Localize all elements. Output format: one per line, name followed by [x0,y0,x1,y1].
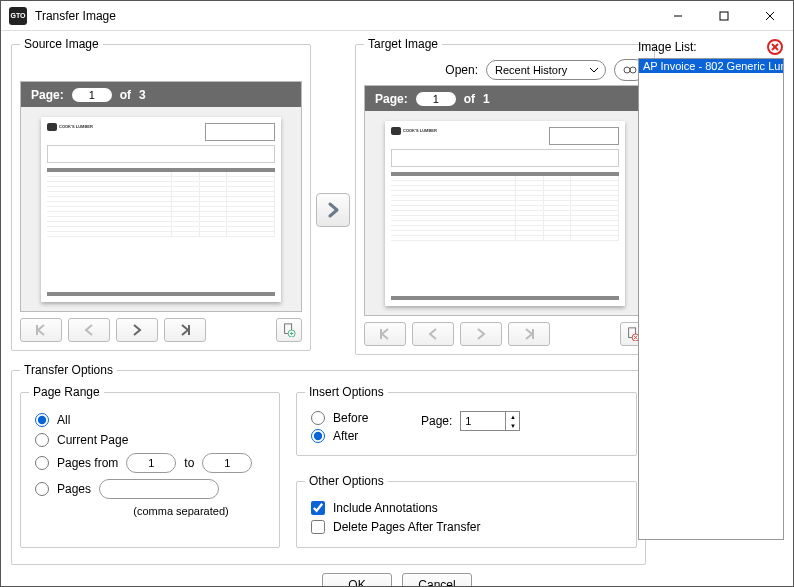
label-delete[interactable]: Delete Pages After Transfer [333,520,480,534]
image-list-delete-button[interactable] [766,38,784,56]
insert-legend: Insert Options [305,385,388,399]
target-image-group: Target Image Open: Recent History Page: … [355,37,655,355]
radio-before[interactable] [311,411,325,425]
source-image-group: Source Image Page: 1 of 3 COOK'S LUMBER [11,37,311,351]
target-legend: Target Image [364,37,442,51]
target-page-bar: Page: 1 of 1 [364,85,646,111]
target-last-page-button[interactable] [508,322,550,346]
source-last-page-button[interactable] [164,318,206,342]
checkbox-delete-after[interactable] [311,520,325,534]
target-preview: COOK'S LUMBER [364,111,646,316]
pages-to-input[interactable] [202,453,252,473]
radio-all[interactable] [35,413,49,427]
of-label: of [464,92,475,106]
pages-from-input[interactable] [126,453,176,473]
target-next-page-button[interactable] [460,322,502,346]
page-label: Page: [375,92,408,106]
other-legend: Other Options [305,474,388,488]
spin-down[interactable]: ▼ [506,421,519,430]
page-label: Page: [31,88,64,102]
cancel-button[interactable]: Cancel [402,573,472,587]
window-title: Transfer Image [35,9,655,23]
minimize-button[interactable] [655,1,701,31]
open-label: Open: [445,63,478,77]
target-page-total: 1 [483,92,490,106]
insert-page-input[interactable] [461,412,505,430]
svg-point-11 [630,67,636,73]
image-list-panel: Image List: AP Invoice - 802 Generic Lum… [638,38,784,540]
pages-hint: (comma separated) [91,505,271,517]
target-first-page-button[interactable] [364,322,406,346]
transfer-options-group: Transfer Options Page Range All Current … [11,363,646,565]
source-page-bar: Page: 1 of 3 [20,81,302,107]
page-range-group: Page Range All Current Page Pages from t… [20,385,280,548]
source-legend: Source Image [20,37,103,51]
label-all[interactable]: All [57,413,70,427]
ok-button[interactable]: OK [322,573,392,587]
image-list[interactable]: AP Invoice - 802 Generic Lumber Y [638,58,784,540]
transfer-arrow-button[interactable] [316,193,350,227]
radio-pages-from[interactable] [35,456,49,470]
page-range-legend: Page Range [29,385,104,399]
open-select[interactable]: Recent History [486,60,606,80]
app-icon: GTO [9,7,27,25]
source-page-number[interactable]: 1 [72,88,112,102]
source-preview: COOK'S LUMBER [20,107,302,312]
spin-up[interactable]: ▲ [506,412,519,421]
label-pages[interactable]: Pages [57,482,91,496]
of-label: of [120,88,131,102]
radio-pages[interactable] [35,482,49,496]
label-before[interactable]: Before [333,411,368,425]
source-add-page-button[interactable] [276,318,302,342]
label-current[interactable]: Current Page [57,433,128,447]
checkbox-include-annotations[interactable] [311,501,325,515]
to-label: to [184,456,194,470]
close-button[interactable] [747,1,793,31]
label-include[interactable]: Include Annotations [333,501,438,515]
transfer-legend: Transfer Options [20,363,117,377]
source-first-page-button[interactable] [20,318,62,342]
svg-rect-1 [720,12,728,20]
maximize-button[interactable] [701,1,747,31]
target-prev-page-button[interactable] [412,322,454,346]
target-page-number[interactable]: 1 [416,92,456,106]
radio-after[interactable] [311,429,325,443]
other-options-group: Other Options Include Annotations Delete… [296,474,637,548]
source-next-page-button[interactable] [116,318,158,342]
svg-point-10 [624,67,630,73]
insert-options-group: Insert Options Before After Page: ▲▼ [296,385,637,456]
insert-page-label: Page: [421,414,452,428]
titlebar: GTO Transfer Image [1,1,793,31]
image-list-item[interactable]: AP Invoice - 802 Generic Lumber Y [639,59,783,73]
image-list-label: Image List: [638,40,697,54]
source-prev-page-button[interactable] [68,318,110,342]
pages-input[interactable] [99,479,219,499]
source-page-total: 3 [139,88,146,102]
insert-page-spinner[interactable]: ▲▼ [460,411,520,431]
label-pages-from[interactable]: Pages from [57,456,118,470]
label-after[interactable]: After [333,429,358,443]
radio-current[interactable] [35,433,49,447]
